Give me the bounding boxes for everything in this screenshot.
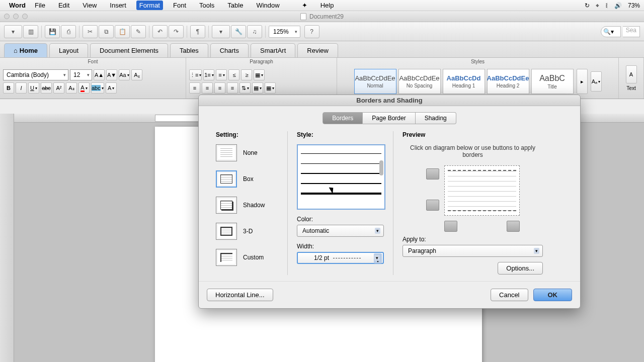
width-stepper[interactable]: ▲▼ (374, 253, 382, 263)
tab-borders[interactable]: Borders (323, 112, 363, 124)
style-heading1[interactable]: AaBbCcDdHeading 1 (443, 69, 485, 94)
ok-button[interactable]: OK (533, 289, 573, 301)
style-scrollbar[interactable] (379, 160, 383, 175)
open-button[interactable]: ▥ (23, 25, 38, 38)
textbox-button[interactable]: A (626, 65, 637, 83)
superscript-button[interactable]: A² (53, 82, 64, 94)
save-button[interactable]: 💾 (45, 25, 60, 38)
setting-3d[interactable]: 3-D (216, 223, 278, 240)
multilevel-button[interactable]: ≡ (216, 69, 227, 80)
sync-icon[interactable]: ↻ (585, 2, 590, 9)
tab-tables[interactable]: Tables (170, 43, 208, 57)
menu-window[interactable]: Window (253, 1, 282, 10)
text-direction-button[interactable]: ▦ (254, 69, 265, 80)
tab-doc-elements[interactable]: Document Elements (90, 43, 168, 57)
print-button[interactable]: ⎙ (61, 25, 76, 38)
tab-smartart[interactable]: SmartArt (251, 43, 295, 57)
paste-button[interactable]: 📋 (115, 25, 130, 38)
minimize-dot[interactable] (13, 14, 19, 19)
line-spacing-button[interactable]: ⇅ (239, 82, 251, 94)
style-title[interactable]: AaBbCTitle (531, 69, 574, 94)
italic-button[interactable]: I (16, 82, 27, 94)
menu-table[interactable]: Table (224, 1, 246, 10)
border-right-button[interactable] (507, 221, 520, 232)
help-button[interactable]: ? (304, 25, 319, 38)
horizontal-line-button[interactable]: Horizontal Line... (207, 289, 273, 301)
borders-button[interactable]: ▦ (265, 82, 276, 94)
tab-shading[interactable]: Shading (416, 112, 456, 124)
style-normal[interactable]: AaBbCcDdEeNormal (354, 69, 396, 94)
zoom-dot[interactable] (22, 14, 28, 19)
font-name-combo[interactable]: Cambria (Body) (3, 69, 68, 80)
sidebar-button[interactable]: ▾ (212, 25, 230, 38)
new-doc-button[interactable]: ▾ (4, 25, 22, 38)
menu-format[interactable]: Format (136, 1, 163, 10)
subscript-button[interactable]: A₂ (66, 82, 77, 94)
highlight-button[interactable]: abc (91, 82, 104, 94)
width-combo[interactable]: 1/2 pt ▲▼ (297, 252, 384, 264)
redo-button[interactable]: ↷ (169, 25, 184, 38)
close-dot[interactable] (4, 14, 10, 19)
menu-tools[interactable]: Tools (196, 1, 217, 10)
strike-button[interactable]: abc (41, 82, 52, 94)
menu-view[interactable]: View (79, 1, 100, 10)
change-styles-button[interactable]: Aₐ (591, 71, 602, 92)
copy-button[interactable]: ⧉ (99, 25, 114, 38)
decrease-indent-button[interactable]: ≤ (228, 69, 239, 80)
undo-button[interactable]: ↶ (152, 25, 168, 38)
align-center-button[interactable]: ≡ (202, 82, 213, 94)
volume-icon[interactable]: 🔊 (614, 2, 622, 9)
justify-button[interactable]: ≡ (227, 82, 238, 94)
underline-button[interactable]: U (28, 82, 39, 94)
tab-review[interactable]: Review (297, 43, 338, 57)
battery-percent[interactable]: 73% (628, 2, 640, 9)
show-marks-button[interactable]: ¶ (190, 25, 205, 38)
setting-box[interactable]: Box (216, 170, 278, 188)
styles-more-button[interactable]: ▸ (577, 69, 588, 94)
tab-charts[interactable]: Charts (210, 43, 249, 57)
tab-page-border[interactable]: Page Border (363, 112, 415, 124)
tab-home[interactable]: ⌂Home (4, 43, 47, 57)
style-heading2[interactable]: AaBbCcDdEeHeading 2 (487, 69, 529, 94)
preview-diagram[interactable] (444, 165, 520, 216)
menu-help[interactable]: Help (317, 1, 337, 10)
cancel-button[interactable]: Cancel (491, 289, 528, 301)
toolbox-button[interactable]: 🔧 (231, 25, 246, 38)
numbering-button[interactable]: 1≡ (203, 69, 214, 80)
border-top-button[interactable] (426, 168, 439, 179)
clear-format-button[interactable]: Aᵪ (131, 69, 142, 80)
options-button[interactable]: Options... (498, 262, 543, 275)
menu-edit[interactable]: Edit (55, 1, 72, 10)
grow-font-button[interactable]: A▲ (94, 69, 105, 80)
zoom-combo[interactable]: 125% (269, 26, 300, 38)
menu-file[interactable]: File (32, 1, 48, 10)
setting-shadow[interactable]: Shadow (216, 197, 278, 214)
search-icon-box[interactable]: 🔍▾ (601, 26, 621, 37)
border-left-button[interactable] (444, 221, 457, 232)
increase-indent-button[interactable]: ≥ (241, 69, 252, 80)
align-left-button[interactable]: ≡ (189, 82, 200, 94)
border-bottom-button[interactable] (426, 200, 439, 211)
font-color-button[interactable]: A (78, 82, 90, 94)
setting-custom[interactable]: Custom (216, 249, 278, 266)
script-icon[interactable]: ✦ (299, 1, 310, 10)
setting-none[interactable]: None (216, 144, 278, 161)
change-case-button[interactable]: Aa (119, 69, 130, 80)
bluetooth-icon[interactable]: ⌖ (596, 2, 599, 9)
apply-to-combo[interactable]: Paragraph (403, 245, 543, 257)
text-effects-button[interactable]: A (106, 82, 117, 94)
cut-button[interactable]: ✂ (83, 25, 98, 38)
align-right-button[interactable]: ≡ (214, 82, 225, 94)
shading-button[interactable]: ▦ (252, 82, 263, 94)
bold-button[interactable]: B (3, 82, 14, 94)
font-size-combo[interactable]: 12 (70, 69, 92, 80)
menu-font[interactable]: Font (170, 1, 189, 10)
color-combo[interactable]: Automatic (297, 225, 384, 237)
bullets-button[interactable]: ⋮≡ (189, 69, 202, 80)
format-painter-button[interactable]: ✎ (131, 25, 146, 38)
style-no-spacing[interactable]: AaBbCcDdEeNo Spacing (398, 69, 441, 94)
wifi-icon[interactable]: ⧙ (605, 2, 608, 9)
tab-layout[interactable]: Layout (49, 43, 88, 57)
menu-insert[interactable]: Insert (107, 1, 129, 10)
media-button[interactable]: ♫ (247, 25, 262, 38)
